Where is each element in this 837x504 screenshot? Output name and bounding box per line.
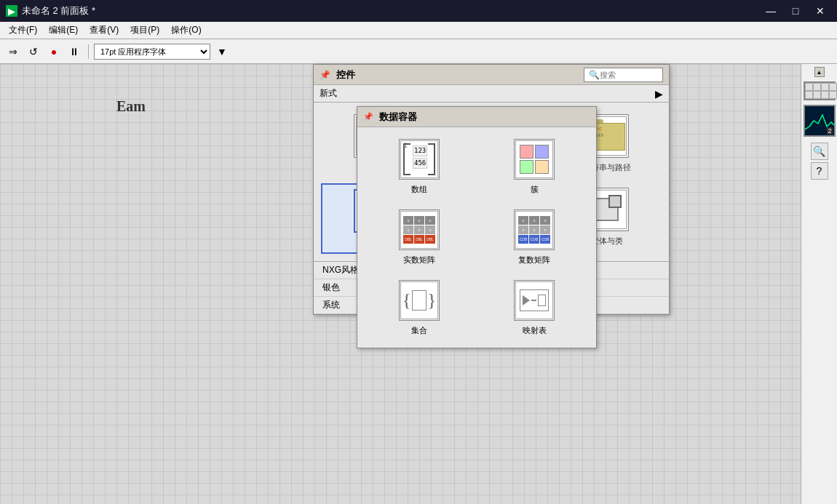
variant-box2 bbox=[608, 195, 622, 208]
rm-c6: x bbox=[425, 225, 435, 234]
run-button[interactable]: ⇒ bbox=[4, 43, 22, 60]
close-button[interactable]: ✕ bbox=[809, 0, 831, 22]
rm-c7: DBL bbox=[403, 235, 413, 244]
sub-set-label: 集合 bbox=[411, 325, 427, 336]
title-bar-buttons: — □ ✕ bbox=[760, 0, 831, 22]
cm-c1: x bbox=[518, 216, 528, 225]
sub-map-icon bbox=[514, 280, 555, 321]
zoom-button[interactable]: 🔍 bbox=[811, 143, 828, 160]
set-open-brace: { bbox=[402, 291, 411, 310]
sub-complexmatrix[interactable]: x x x x x x CDB CDB CDB 复数矩阵 bbox=[480, 205, 589, 270]
title-bar: ▶ 未命名 2 前面板 * — □ ✕ bbox=[0, 0, 837, 22]
sub-cluster-label: 簇 bbox=[531, 184, 539, 195]
tool-cell[interactable] bbox=[821, 83, 829, 91]
sub-map[interactable]: 映射表 bbox=[480, 276, 589, 340]
pin-icon: 📌 bbox=[320, 70, 330, 80]
array-icon-inner: i 123 456 bbox=[400, 140, 438, 178]
minimize-button[interactable]: — bbox=[760, 0, 782, 22]
set-close-brace: } bbox=[427, 291, 436, 310]
menu-file[interactable]: 文件(F) bbox=[3, 23, 43, 38]
cm-c3: x bbox=[540, 216, 550, 225]
submenu-datacontainer: 📌 数据容器 i 123 456 数组 bbox=[357, 106, 597, 348]
waveform-display: 2 bbox=[804, 105, 836, 137]
right-toolbar: 🔍 ? bbox=[811, 143, 828, 180]
font-selector[interactable]: 17pt 应用程序字体 bbox=[94, 44, 210, 60]
eam-text: Eam bbox=[116, 98, 146, 115]
sub-realmatrix-icon: x x x x x x DBL DBL DBL bbox=[399, 209, 440, 250]
run-pause-button[interactable]: ⏸ bbox=[66, 43, 83, 60]
complexmatrix-icon-inner: x x x x x x CDB CDB CDB bbox=[515, 211, 553, 249]
sub-array-label: 数组 bbox=[411, 184, 427, 195]
toolbar-separator bbox=[88, 44, 89, 59]
cl-c1 bbox=[520, 145, 533, 159]
set-content bbox=[412, 290, 427, 311]
sub-cluster-icon bbox=[514, 139, 555, 180]
cm-c4: x bbox=[518, 225, 528, 234]
map-rect bbox=[538, 295, 546, 306]
cm-c5: x bbox=[529, 225, 539, 234]
tool-cell[interactable] bbox=[829, 91, 837, 99]
title-bar-left: ▶ 未命名 2 前面板 * bbox=[6, 4, 760, 17]
maximize-button[interactable]: □ bbox=[785, 0, 806, 22]
menu-bar: 文件(F) 编辑(E) 查看(V) 项目(P) 操作(O) bbox=[0, 22, 837, 39]
controls-panel-title: 控件 bbox=[336, 68, 355, 81]
menu-view[interactable]: 查看(V) bbox=[84, 23, 124, 38]
tool-grid bbox=[804, 81, 836, 100]
rm-c9: DBL bbox=[425, 235, 435, 244]
sub-array[interactable]: i 123 456 数组 bbox=[365, 135, 474, 199]
sub-set-icon: { } bbox=[399, 280, 440, 321]
complexmatrix-grid: x x x x x x CDB CDB CDB bbox=[518, 216, 550, 244]
sub-map-label: 映射表 bbox=[523, 325, 547, 336]
cl-c3 bbox=[520, 160, 533, 174]
variant-box bbox=[595, 198, 619, 221]
string-text: abcPath bbox=[593, 126, 622, 139]
tool-grid-inner bbox=[805, 83, 834, 99]
stop-abort-button[interactable]: ↺ bbox=[25, 43, 42, 60]
cl-c4 bbox=[535, 160, 549, 174]
cluster-icon-inner bbox=[515, 140, 553, 178]
main-layout: Eam ▲ 2 🔍 ? bbox=[0, 64, 837, 504]
controls-header-right: 🔍 bbox=[584, 68, 663, 82]
scroll-up-arrow[interactable]: ▲ bbox=[814, 67, 825, 77]
font-dropdown[interactable]: ▼ bbox=[213, 43, 231, 60]
menu-operation[interactable]: 操作(O) bbox=[165, 23, 207, 38]
rm-c4: x bbox=[403, 225, 413, 234]
map-line bbox=[531, 300, 536, 301]
search-input[interactable] bbox=[600, 71, 658, 79]
search-box[interactable]: 🔍 bbox=[584, 68, 663, 82]
tool-cell[interactable] bbox=[813, 91, 821, 99]
map-box bbox=[520, 289, 549, 311]
pause-button[interactable]: ● bbox=[45, 43, 63, 60]
submenu-title: 数据容器 bbox=[379, 111, 417, 124]
tool-cell[interactable] bbox=[805, 91, 813, 99]
arr-val2: 456 bbox=[413, 158, 427, 169]
cm-c9: CDB bbox=[540, 235, 550, 244]
search-icon: 🔍 bbox=[589, 70, 600, 80]
help-button[interactable]: ? bbox=[811, 162, 828, 180]
right-sidebar: ▲ 2 🔍 ? bbox=[801, 64, 837, 504]
cm-c7: CDB bbox=[518, 235, 528, 244]
cm-c6: x bbox=[540, 225, 550, 234]
menu-edit[interactable]: 编辑(E) bbox=[43, 23, 84, 38]
map-arrow bbox=[523, 295, 530, 305]
display-num: 2 bbox=[827, 127, 832, 135]
tool-cell[interactable] bbox=[821, 91, 829, 99]
menu-project[interactable]: 项目(P) bbox=[124, 23, 165, 38]
tool-cell[interactable] bbox=[813, 83, 821, 91]
toolbar: ⇒ ↺ ● ⏸ 17pt 应用程序字体 ▼ bbox=[0, 39, 837, 64]
rm-c5: x bbox=[414, 225, 424, 234]
sub-realmatrix[interactable]: x x x x x x DBL DBL DBL 实数矩阵 bbox=[365, 205, 474, 270]
tool-cell[interactable] bbox=[805, 83, 813, 91]
submenu-content: i 123 456 数组 bbox=[357, 127, 596, 348]
tool-cell[interactable] bbox=[829, 83, 837, 91]
map-icon-inner bbox=[515, 281, 553, 319]
sub-complexmatrix-icon: x x x x x x CDB CDB CDB bbox=[514, 209, 555, 250]
sub-cluster[interactable]: 簇 bbox=[480, 135, 589, 199]
app-icon: ▶ bbox=[6, 5, 17, 17]
realmatrix-icon-inner: x x x x x x DBL DBL DBL bbox=[400, 211, 438, 249]
sub-realmatrix-label: 实数矩阵 bbox=[403, 255, 435, 265]
set-icon-inner: { } bbox=[400, 281, 438, 319]
arr-val1: 123 bbox=[413, 145, 427, 156]
controls-subheader: 新式 ▶ bbox=[314, 85, 669, 103]
sub-set[interactable]: { } 集合 bbox=[365, 276, 474, 340]
